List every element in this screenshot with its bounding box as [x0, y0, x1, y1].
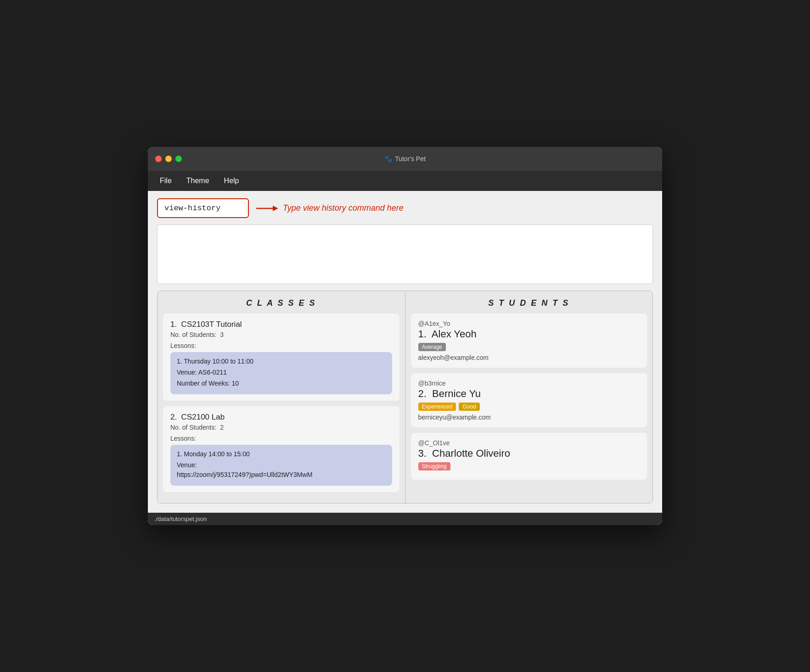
menu-file[interactable]: File [153, 174, 178, 188]
lesson-time: 1. Thursday 10:00 to 11:00 [177, 357, 386, 366]
arrow-icon [256, 204, 278, 213]
student-card: @b3rnice 2. Bernice Yu Experienced Good … [411, 373, 647, 427]
command-hint-text: Type view history command here [283, 203, 404, 213]
class-card: 2. CS2100 Lab No. of Students: 2 Lessons… [163, 406, 399, 492]
lesson-time: 1. Monday 14:00 to 15:00 [177, 449, 386, 459]
class-num-students: No. of Students: 2 [170, 424, 392, 431]
app-window: 🐾 Tutor's Pet File Theme Help Type view … [148, 147, 662, 525]
lesson-item: 1. Monday 14:00 to 15:00 Venue:https://z… [170, 445, 392, 486]
menu-theme[interactable]: Theme [180, 174, 216, 188]
student-tags: Average [418, 343, 640, 351]
lesson-venue: Venue:https://zoom/j/95317249?)pwd=Ulld2… [177, 460, 386, 480]
menu-bar: File Theme Help [148, 171, 662, 191]
lesson-weeks: Number of Weeks: 10 [177, 379, 386, 388]
minimize-button[interactable] [165, 156, 172, 162]
lesson-item: 1. Thursday 10:00 to 11:00 Venue: AS6-02… [170, 352, 392, 394]
classes-panel-header: C L A S S E S [158, 291, 405, 314]
student-email: berniceyu@example.com [418, 414, 640, 421]
maximize-button[interactable] [175, 156, 182, 162]
lesson-venue: Venue: AS6-0211 [177, 368, 386, 377]
panels-container: C L A S S E S 1. CS2103T Tutorial No. of… [157, 291, 653, 504]
student-tags: Experienced Good [418, 403, 640, 411]
student-name: 1. Alex Yeoh [418, 328, 640, 340]
tag-experienced: Experienced [418, 403, 456, 411]
traffic-lights [155, 156, 182, 162]
students-panel-content[interactable]: @A1ex_Yo 1. Alex Yeoh Average alexyeoh@e… [405, 314, 653, 491]
student-email: alexyeoh@example.com [418, 354, 640, 361]
command-row: Type view history command here [157, 198, 653, 218]
student-handle: @C_Ol1ve [418, 439, 640, 447]
class-num-students: No. of Students: 3 [170, 331, 392, 338]
app-icon: 🐾 [384, 155, 392, 162]
student-handle: @b3rnice [418, 380, 640, 387]
students-panel: S T U D E N T S @A1ex_Yo 1. Alex Yeoh Av… [405, 291, 653, 503]
title-bar: 🐾 Tutor's Pet [148, 147, 662, 171]
classes-panel-content[interactable]: 1. CS2103T Tutorial No. of Students: 3 L… [158, 314, 405, 503]
lessons-label: Lessons: [170, 342, 392, 349]
lessons-label: Lessons: [170, 435, 392, 442]
class-title: 1. CS2103T Tutorial [170, 320, 392, 329]
student-name: 2. Bernice Yu [418, 388, 640, 400]
command-input[interactable] [157, 198, 249, 218]
status-text: ./data/tutorspet.json [154, 515, 207, 522]
class-title: 2. CS2100 Lab [170, 413, 392, 422]
student-card: @C_Ol1ve 3. Charlotte Oliveiro Strugglin… [411, 433, 647, 480]
window-title: 🐾 Tutor's Pet [384, 155, 426, 162]
command-hint-group: Type view history command here [256, 203, 404, 213]
close-button[interactable] [155, 156, 162, 162]
tag-good: Good [459, 403, 479, 411]
student-handle: @A1ex_Yo [418, 320, 640, 327]
student-card: @A1ex_Yo 1. Alex Yeoh Average alexyeoh@e… [411, 314, 647, 368]
tag-average: Average [418, 343, 446, 351]
status-bar: ./data/tutorspet.json [148, 513, 662, 525]
students-panel-header: S T U D E N T S [405, 291, 653, 314]
class-card: 1. CS2103T Tutorial No. of Students: 3 L… [163, 314, 399, 401]
student-name: 3. Charlotte Oliveiro [418, 448, 640, 459]
student-tags: Struggling [418, 462, 640, 470]
classes-panel: C L A S S E S 1. CS2103T Tutorial No. of… [158, 291, 405, 503]
svg-marker-1 [273, 206, 278, 211]
tag-struggling: Struggling [418, 462, 450, 470]
menu-help[interactable]: Help [218, 174, 246, 188]
output-box [157, 224, 653, 284]
main-content: Type view history command here C L A S S… [148, 191, 662, 513]
